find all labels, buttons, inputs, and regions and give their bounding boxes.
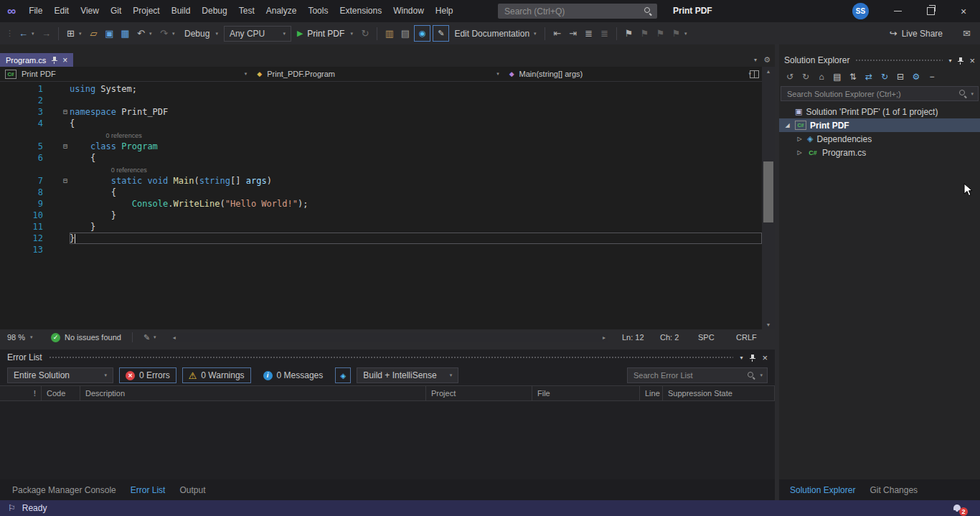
expander-expanded-icon[interactable]: ◢ bbox=[783, 122, 791, 128]
menu-edit[interactable]: Edit bbox=[48, 0, 75, 22]
codelens-references[interactable]: 0 references bbox=[106, 130, 142, 141]
error-search-box[interactable]: ▾ bbox=[627, 367, 768, 383]
edit-documentation-label[interactable]: Edit Documentation bbox=[451, 29, 533, 39]
account-avatar[interactable]: SS bbox=[852, 3, 869, 19]
clear-bookmarks-icon[interactable]: ⚑ bbox=[669, 25, 684, 42]
fold-collapse-icon[interactable]: ⊟ bbox=[43, 106, 70, 118]
navigate-back-icon[interactable]: ↺ bbox=[783, 70, 797, 84]
code-text[interactable] bbox=[70, 244, 762, 255]
scroll-left-arrow-icon[interactable]: ◂ bbox=[173, 334, 176, 341]
restore-button[interactable] bbox=[914, 0, 947, 22]
panel-tab-output[interactable]: Output bbox=[173, 479, 212, 500]
code-text[interactable]: } bbox=[70, 210, 762, 221]
increase-indent-icon[interactable]: ⇥ bbox=[565, 25, 580, 42]
warnings-filter-button[interactable]: ⚠ 0 Warnings bbox=[182, 367, 251, 383]
start-debugging-button[interactable]: ▶Print PDF bbox=[292, 29, 349, 39]
solution-search-box[interactable]: ▾ bbox=[781, 86, 979, 101]
fold-collapse-icon[interactable]: ⊟ bbox=[43, 141, 70, 152]
notifications-button[interactable]: 2 bbox=[952, 503, 962, 513]
column-header-project[interactable]: Project bbox=[426, 386, 532, 400]
menu-file[interactable]: File bbox=[23, 0, 48, 22]
live-share-button[interactable]: ↪Live Share bbox=[890, 28, 943, 39]
pending-changes-filter-icon[interactable]: ⇅ bbox=[846, 70, 860, 84]
comment-selection-icon[interactable]: ≣ bbox=[581, 25, 596, 42]
navigate-back-icon[interactable]: ← bbox=[16, 25, 31, 42]
scope-dropdown[interactable]: Entire Solution ▾ bbox=[7, 367, 113, 383]
new-project-caret-icon[interactable]: ▾ bbox=[79, 25, 85, 42]
edit-documentation-toggle-button[interactable]: ✎ bbox=[433, 25, 449, 42]
code-text[interactable]: } bbox=[70, 233, 762, 244]
menu-window[interactable]: Window bbox=[387, 0, 430, 22]
quick-search-box[interactable] bbox=[498, 4, 657, 19]
decrease-indent-icon[interactable]: ⇤ bbox=[550, 25, 565, 42]
menu-analyze[interactable]: Analyze bbox=[260, 0, 303, 22]
code-text[interactable]: class Program bbox=[70, 141, 762, 152]
code-text[interactable]: using System; bbox=[70, 83, 762, 95]
code-text[interactable]: { bbox=[70, 152, 762, 164]
navigate-forward-icon[interactable]: ↻ bbox=[798, 70, 813, 84]
tree-item-solution-print-pdf-1-of-1-project[interactable]: ▣Solution 'Print PDF' (1 of 1 project) bbox=[779, 105, 980, 118]
code-text[interactable]: 0 references bbox=[70, 164, 762, 175]
scroll-down-arrow-icon[interactable]: ▼ bbox=[762, 320, 775, 329]
live-property-explorer-icon[interactable]: ▤ bbox=[397, 25, 413, 42]
panel-tab-solution-explorer[interactable]: Solution Explorer bbox=[783, 479, 862, 500]
search-caret-icon[interactable]: ▾ bbox=[971, 91, 974, 97]
refresh-icon[interactable]: ↻ bbox=[877, 70, 892, 84]
code-cleanup-button[interactable]: ✎ ▾ bbox=[143, 333, 156, 342]
split-editor-icon[interactable] bbox=[750, 70, 759, 78]
uncomment-selection-icon[interactable]: ≣ bbox=[597, 25, 612, 42]
toolbar-grip[interactable]: ⋮ bbox=[6, 29, 12, 38]
panel-tab-package-manager-console[interactable]: Package Manager Console bbox=[6, 479, 123, 500]
menu-debug[interactable]: Debug bbox=[196, 0, 232, 22]
code-editor[interactable]: 1using System;23⊟namespace Print_PDF4{0 … bbox=[0, 82, 762, 329]
error-search-input[interactable] bbox=[632, 370, 743, 380]
menu-view[interactable]: View bbox=[75, 0, 105, 22]
feedback-icon[interactable]: ✉ bbox=[959, 25, 974, 42]
errors-filter-button[interactable]: ✕ 0 Errors bbox=[119, 367, 176, 383]
new-project-icon[interactable]: ⊞ bbox=[63, 25, 78, 42]
tab-options-gear-icon[interactable]: ⚙ bbox=[763, 55, 771, 65]
solution-platforms-dropdown[interactable]: Any CPU▾ bbox=[224, 26, 291, 42]
save-icon[interactable]: ▣ bbox=[102, 25, 117, 42]
undo-caret-icon[interactable]: ▾ bbox=[149, 25, 156, 42]
panel-tab-error-list[interactable]: Error List bbox=[124, 479, 172, 500]
column-header-code[interactable]: Code bbox=[42, 386, 80, 400]
horizontal-scrollbar[interactable]: ◂ ▸ bbox=[170, 333, 608, 342]
open-folder-icon[interactable]: ▱ bbox=[86, 25, 101, 42]
column-header-file[interactable]: File bbox=[532, 386, 640, 400]
column-header-suppression-state[interactable]: Suppression State bbox=[663, 386, 775, 400]
minimize-button[interactable] bbox=[881, 0, 914, 22]
vertical-scrollbar[interactable]: ▲ ▼ bbox=[762, 67, 775, 329]
column-header-line[interactable]: Line bbox=[640, 386, 663, 400]
save-all-icon[interactable]: ▦ bbox=[118, 25, 133, 42]
navigate-forward-icon[interactable]: → bbox=[39, 25, 54, 42]
menu-extensions[interactable]: Extensions bbox=[334, 0, 387, 22]
hot-reload-icon[interactable]: ↻ bbox=[357, 25, 372, 42]
menu-help[interactable]: Help bbox=[430, 0, 459, 22]
toggle-bookmark-icon[interactable]: ⚑ bbox=[621, 25, 636, 42]
solution-search-input[interactable] bbox=[786, 89, 956, 99]
line-ending-indicator[interactable]: CRLF bbox=[736, 333, 768, 342]
next-bookmark-icon[interactable]: ⚑ bbox=[653, 25, 668, 42]
solution-configurations-dropdown[interactable]: Debug▾ bbox=[179, 26, 223, 42]
codelens-references[interactable]: 0 references bbox=[111, 164, 147, 176]
edit-documentation-caret-icon[interactable]: ▾ bbox=[534, 25, 540, 42]
panel-pin-icon[interactable] bbox=[957, 57, 963, 65]
severity-column-header[interactable]: ! bbox=[0, 386, 42, 400]
tree-item-dependencies[interactable]: ▷◈Dependencies bbox=[779, 132, 980, 146]
source-dropdown[interactable]: Build + IntelliSense ▾ bbox=[357, 367, 458, 383]
live-visual-tree-icon[interactable]: ▥ bbox=[382, 25, 397, 42]
menu-tools[interactable]: Tools bbox=[302, 0, 334, 22]
menu-build[interactable]: Build bbox=[166, 0, 197, 22]
solution-explorer-titlebar[interactable]: Solution Explorer ▾ × bbox=[779, 53, 980, 67]
code-text[interactable]: { bbox=[70, 118, 762, 129]
preview-selected-items-icon[interactable]: − bbox=[925, 70, 939, 84]
column-header-description[interactable]: Description bbox=[80, 386, 426, 400]
panel-close-icon[interactable]: × bbox=[762, 353, 768, 362]
code-text[interactable]: 0 references bbox=[70, 129, 762, 141]
error-list-titlebar[interactable]: Error List ▾ × bbox=[0, 350, 775, 365]
menu-project[interactable]: Project bbox=[127, 0, 165, 22]
navigate-back-caret-icon[interactable]: ▾ bbox=[32, 25, 38, 42]
tab-close-icon[interactable]: × bbox=[62, 56, 67, 65]
messages-filter-button[interactable]: i 0 Messages bbox=[257, 367, 330, 383]
